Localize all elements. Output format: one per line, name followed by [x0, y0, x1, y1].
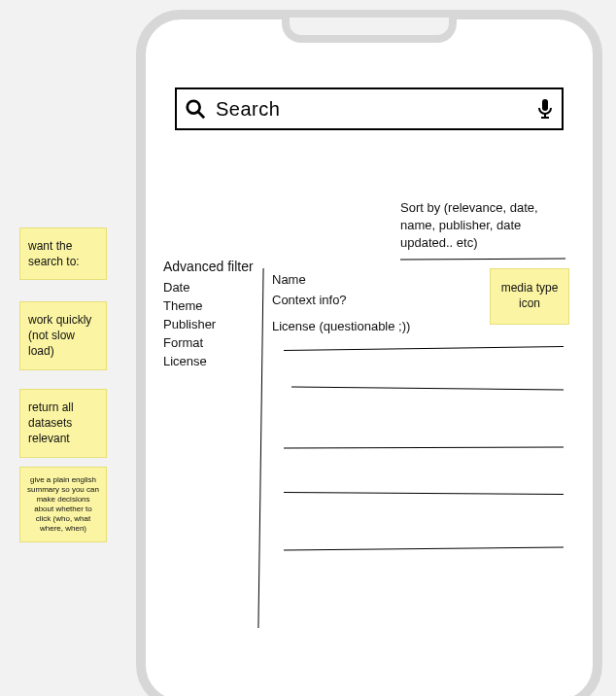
- sticky-note-heading: want the search to:: [19, 227, 107, 280]
- result-list-placeholder: [284, 340, 564, 588]
- divider: [284, 546, 564, 550]
- svg-point-0: [188, 101, 200, 114]
- divider-vertical: [257, 268, 263, 628]
- sticky-note: work quickly (not slow load): [19, 301, 107, 370]
- svg-rect-2: [542, 99, 548, 111]
- advanced-filter-panel: Advanced filter Date Theme Publisher For…: [163, 259, 254, 372]
- filter-item-publisher[interactable]: Publisher: [163, 317, 254, 331]
- sticky-note-text: work quickly (not slow load): [28, 313, 91, 358]
- search-input[interactable]: Search: [175, 87, 564, 130]
- filter-item-theme[interactable]: Theme: [163, 298, 254, 313]
- divider: [400, 258, 565, 260]
- divider: [284, 346, 564, 351]
- sticky-note-text: want the search to:: [28, 239, 80, 268]
- divider: [284, 446, 564, 448]
- sort-by-label: Sort by (relevance, date, name, publishe…: [400, 199, 565, 253]
- divider: [284, 492, 564, 495]
- sticky-note: give a plain english summary so you can …: [19, 467, 107, 542]
- sticky-note-text: give a plain english summary so you can …: [27, 475, 99, 533]
- advanced-filter-title: Advanced filter: [163, 259, 254, 274]
- sticky-note: return all datasets relevant: [19, 389, 107, 458]
- filter-item-date[interactable]: Date: [163, 280, 254, 295]
- sticky-note-text: return all datasets relevant: [28, 400, 74, 445]
- search-placeholder: Search: [216, 98, 527, 121]
- divider: [291, 387, 564, 391]
- screen: Search Sort by (relevance, date, name, p…: [146, 19, 593, 696]
- phone-frame: Search Sort by (relevance, date, name, p…: [136, 10, 602, 696]
- filter-item-format[interactable]: Format: [163, 335, 254, 350]
- svg-line-1: [198, 112, 204, 118]
- sticky-note-text: media type icon: [495, 281, 565, 311]
- microphone-icon[interactable]: [536, 98, 554, 120]
- sort-by[interactable]: Sort by (relevance, date, name, publishe…: [400, 199, 565, 260]
- media-type-icon-note: media type icon: [490, 268, 569, 325]
- filter-item-license[interactable]: License: [163, 354, 254, 368]
- search-icon: [185, 98, 206, 120]
